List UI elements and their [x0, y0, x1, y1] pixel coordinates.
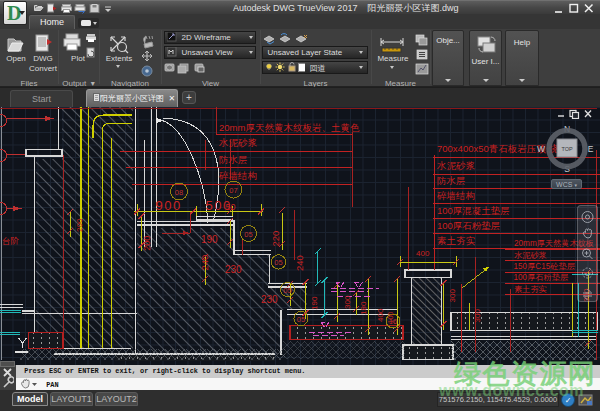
- svg-text:素土夯实: 素土夯实: [437, 235, 476, 246]
- svg-text:水泥砂浆: 水泥砂浆: [218, 137, 258, 148]
- svg-text:07: 07: [229, 186, 237, 195]
- svg-text:05: 05: [274, 258, 282, 267]
- svg-text:900: 900: [156, 198, 182, 213]
- svg-text:240: 240: [199, 255, 210, 271]
- svg-text:240: 240: [294, 255, 305, 271]
- svg-text:E: E: [588, 144, 594, 154]
- svg-text:05: 05: [297, 315, 305, 324]
- svg-text:100厚石粉垫层: 100厚石粉垫层: [514, 273, 569, 282]
- svg-text:TOP: TOP: [561, 146, 573, 152]
- svg-text:100厚石粉垫层: 100厚石粉垫层: [437, 220, 500, 231]
- svg-text:05: 05: [244, 230, 252, 239]
- svg-text:200: 200: [75, 218, 84, 232]
- svg-text:碎墙结构: 碎墙结构: [436, 190, 475, 201]
- svg-text:180: 180: [359, 301, 368, 315]
- svg-text:防水层: 防水层: [219, 154, 248, 165]
- svg-text:防水层: 防水层: [437, 175, 466, 186]
- svg-text:200: 200: [142, 236, 152, 251]
- svg-text:190: 190: [310, 296, 319, 310]
- svg-text:台阶: 台阶: [2, 236, 20, 246]
- svg-text:220: 220: [270, 231, 281, 247]
- svg-text:碎墙结构: 碎墙结构: [218, 170, 257, 181]
- svg-text:300: 300: [343, 295, 352, 309]
- svg-text:300: 300: [473, 309, 482, 323]
- svg-text:400: 400: [376, 308, 385, 322]
- svg-text:300: 300: [448, 289, 457, 303]
- svg-text:W: W: [537, 144, 545, 154]
- svg-text:230: 230: [261, 294, 278, 305]
- svg-text:400: 400: [416, 249, 430, 258]
- svg-text:150厚C15砼垫层: 150厚C15砼垫层: [514, 262, 576, 271]
- svg-text:50: 50: [226, 202, 236, 212]
- svg-text:05: 05: [283, 286, 291, 295]
- svg-text:素土夯实: 素土夯实: [514, 285, 547, 294]
- svg-text:水泥砂浆: 水泥砂浆: [436, 160, 476, 171]
- svg-text:20mm厚天然黄木纹板岩、土黄色: 20mm厚天然黄木纹板岩、土黄色: [219, 122, 360, 133]
- svg-text:190: 190: [201, 234, 218, 245]
- svg-text:100: 100: [387, 312, 394, 324]
- svg-text:100厚混凝土垫层: 100厚混凝土垫层: [437, 205, 510, 216]
- svg-text:08: 08: [175, 188, 183, 197]
- svg-text:230: 230: [225, 264, 242, 275]
- svg-text:水泥砂浆: 水泥砂浆: [514, 251, 547, 260]
